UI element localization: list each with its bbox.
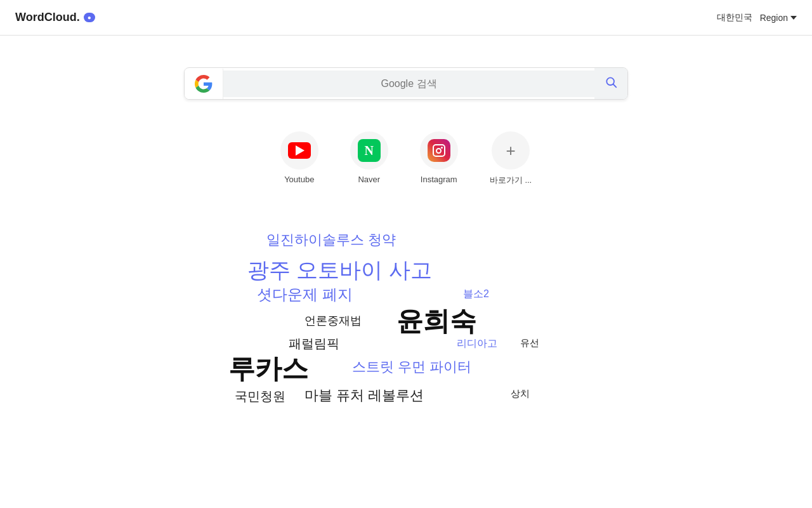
search-icon [605, 76, 617, 91]
shortcut-youtube[interactable]: Youtube [280, 131, 318, 186]
word-cloud-word[interactable]: 광주 오토바이 사고 [247, 256, 432, 285]
logo-badge: ● [84, 13, 95, 22]
word-cloud-word[interactable]: 루카스 [228, 351, 308, 387]
shortcut-instagram-label: Instagram [421, 175, 457, 184]
word-cloud-word[interactable]: 블소2 [463, 288, 489, 301]
google-logo-icon [195, 75, 213, 93]
word-cloud: 일진하이솔루스 청약광주 오토바이 사고블소2셧다운제 폐지언론중재법윤희숙패럴… [0, 224, 812, 427]
word-cloud-container: 일진하이솔루스 청약광주 오토바이 사고블소2셧다운제 폐지언론중재법윤희숙패럴… [216, 224, 596, 427]
instagram-icon [420, 131, 458, 170]
naver-icon-inner: N [358, 139, 381, 162]
word-cloud-word[interactable]: 리디아고 [457, 337, 497, 351]
search-bar [184, 67, 628, 100]
logo-area: WordCloud. ● [15, 11, 95, 24]
instagram-dot-icon [441, 147, 443, 149]
youtube-icon-inner [288, 142, 311, 159]
plus-icon: + [499, 139, 522, 162]
shortcut-youtube-label: Youtube [284, 175, 314, 184]
word-cloud-word[interactable]: 마블 퓨처 레볼루션 [304, 386, 424, 405]
shortcut-instagram[interactable]: Instagram [420, 131, 458, 186]
search-icon-box [594, 68, 627, 99]
search-input[interactable] [223, 70, 594, 97]
logo-text: WordCloud. [15, 11, 80, 24]
svg-line-1 [613, 84, 617, 88]
word-cloud-word[interactable]: 윤희숙 [396, 304, 476, 339]
word-cloud-word[interactable]: 셧다운제 폐지 [257, 284, 353, 305]
word-cloud-word[interactable]: 패럴림픽 [289, 335, 339, 352]
chevron-down-icon [790, 16, 797, 20]
region-button[interactable]: Region [760, 13, 797, 23]
youtube-icon [280, 131, 318, 170]
word-cloud-word[interactable]: 언론중재법 [304, 313, 362, 328]
header: WordCloud. ● 대한민국 Region [0, 0, 812, 36]
word-cloud-word[interactable]: 일진하이솔루스 청약 [266, 231, 396, 250]
shortcut-naver[interactable]: N Naver [350, 131, 388, 186]
shortcuts: Youtube N Naver Instagram + 바로가기 ... [0, 131, 812, 186]
word-cloud-word[interactable]: 유선 [520, 337, 539, 349]
word-cloud-word[interactable]: 국민청원 [235, 388, 285, 405]
header-right: 대한민국 Region [717, 12, 797, 23]
region-country: 대한민국 [717, 12, 752, 23]
instagram-camera-icon [433, 144, 445, 157]
instagram-icon-inner [428, 139, 450, 162]
youtube-play-icon [296, 145, 304, 156]
shortcut-naver-label: Naver [358, 175, 380, 184]
search-area [0, 67, 812, 100]
word-cloud-word[interactable]: 스트릿 우먼 파이터 [352, 358, 471, 377]
region-label: Region [760, 13, 788, 23]
shortcut-add-label: 바로가기 ... [490, 175, 532, 186]
naver-icon: N [350, 131, 388, 170]
word-cloud-word[interactable]: 상치 [511, 388, 530, 400]
shortcut-add[interactable]: + 바로가기 ... [490, 131, 532, 186]
add-shortcut-icon: + [492, 131, 530, 170]
google-logo-box [185, 69, 223, 99]
